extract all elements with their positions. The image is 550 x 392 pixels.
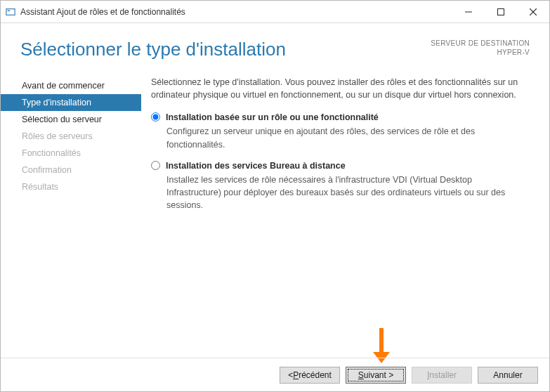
- maximize-button[interactable]: [485, 1, 517, 22]
- option-remote-desktop-radio[interactable]: [151, 161, 160, 170]
- step-results: Résultats: [1, 178, 141, 195]
- maximize-icon: [497, 8, 504, 15]
- close-icon: [530, 8, 537, 15]
- option-remote-desktop[interactable]: Installation des services Bureau à dista…: [151, 159, 528, 172]
- app-icon: [5, 6, 16, 18]
- wizard-footer: < Précédent Suivant > Installer Annuler: [1, 358, 549, 391]
- destination-info: SERVEUR DE DESTINATION HYPER-V: [431, 39, 530, 57]
- step-server-selection[interactable]: Sélection du serveur: [1, 111, 141, 128]
- install-button: Installer: [412, 367, 472, 384]
- wizard-window: Assistant Ajout de rôles et de fonctionn…: [0, 0, 550, 392]
- option-role-based-desc: Configurez un serveur unique en ajoutant…: [166, 125, 528, 150]
- svg-rect-0: [6, 8, 15, 15]
- destination-value: HYPER-V: [431, 48, 530, 57]
- step-features: Fonctionnalités: [1, 145, 141, 162]
- svg-line-4: [530, 8, 537, 15]
- page-title: Sélectionner le type d'installation: [20, 39, 286, 60]
- svg-rect-1: [8, 10, 11, 11]
- wizard-steps: Avant de commencer Type d'installation S…: [1, 73, 141, 220]
- option-remote-desktop-desc: Installez les services de rôle nécessair…: [166, 174, 528, 211]
- option-remote-desktop-title: Installation des services Bureau à dista…: [166, 159, 346, 172]
- window-title: Assistant Ajout de rôles et de fonctionn…: [20, 7, 452, 17]
- main-content: Sélectionnez le type d'installation. Vou…: [141, 73, 549, 220]
- minimize-icon: [465, 8, 472, 15]
- previous-button[interactable]: < Précédent: [280, 367, 340, 384]
- header: Sélectionner le type d'installation SERV…: [1, 23, 549, 60]
- intro-text: Sélectionnez le type d'installation. Vou…: [151, 76, 528, 101]
- destination-label: SERVEUR DE DESTINATION: [431, 39, 530, 48]
- close-button[interactable]: [517, 1, 549, 22]
- step-before-you-begin[interactable]: Avant de commencer: [1, 77, 141, 94]
- titlebar: Assistant Ajout de rôles et de fonctionn…: [1, 1, 549, 23]
- cancel-button[interactable]: Annuler: [478, 367, 538, 384]
- next-button[interactable]: Suivant >: [346, 367, 406, 384]
- step-confirmation: Confirmation: [1, 162, 141, 178]
- option-role-based-radio[interactable]: [151, 112, 160, 122]
- svg-line-5: [530, 8, 537, 15]
- minimize-button[interactable]: [452, 1, 485, 22]
- svg-rect-3: [498, 8, 504, 15]
- step-installation-type[interactable]: Type d'installation: [1, 94, 141, 111]
- step-server-roles: Rôles de serveurs: [1, 128, 141, 145]
- option-role-based-title: Installation basée sur un rôle ou une fo…: [166, 111, 379, 124]
- option-role-based[interactable]: Installation basée sur un rôle ou une fo…: [151, 111, 528, 124]
